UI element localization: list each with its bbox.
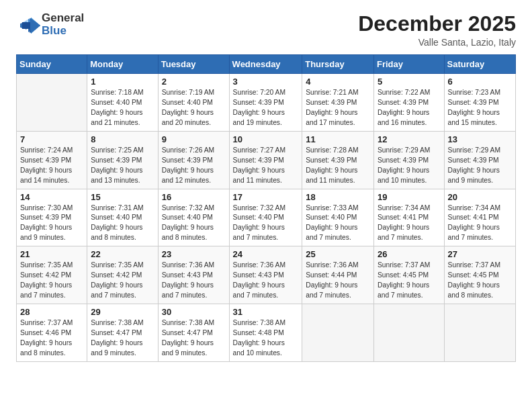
day-info: Sunrise: 7:36 AM Sunset: 4:43 PM Dayligh… [162, 261, 226, 301]
calendar-cell: 22Sunrise: 7:35 AM Sunset: 4:42 PM Dayli… [87, 246, 159, 304]
day-number: 31 [233, 307, 299, 317]
day-number: 23 [162, 249, 226, 259]
calendar-cell: 26Sunrise: 7:37 AM Sunset: 4:45 PM Dayli… [374, 246, 445, 304]
day-number: 14 [20, 192, 83, 202]
calendar-body: 1Sunrise: 7:18 AM Sunset: 4:40 PM Daylig… [17, 74, 516, 361]
calendar-cell: 25Sunrise: 7:36 AM Sunset: 4:44 PM Dayli… [302, 246, 374, 304]
calendar-cell: 30Sunrise: 7:38 AM Sunset: 4:47 PM Dayli… [158, 304, 229, 361]
col-header-monday: Monday [87, 55, 159, 74]
day-number: 9 [162, 134, 226, 144]
calendar-cell: 18Sunrise: 7:33 AM Sunset: 4:40 PM Dayli… [302, 189, 374, 246]
day-info: Sunrise: 7:18 AM Sunset: 4:40 PM Dayligh… [91, 88, 154, 128]
day-info: Sunrise: 7:36 AM Sunset: 4:44 PM Dayligh… [306, 261, 370, 301]
calendar-cell: 17Sunrise: 7:32 AM Sunset: 4:40 PM Dayli… [229, 189, 302, 246]
calendar-cell: 23Sunrise: 7:36 AM Sunset: 4:43 PM Dayli… [158, 246, 229, 304]
day-info: Sunrise: 7:34 AM Sunset: 4:41 PM Dayligh… [448, 203, 512, 244]
calendar-cell: 9Sunrise: 7:26 AM Sunset: 4:39 PM Daylig… [158, 131, 229, 189]
day-number: 15 [91, 192, 154, 202]
col-header-thursday: Thursday [302, 55, 374, 74]
col-header-wednesday: Wednesday [229, 55, 302, 74]
logo-blue-text: Blue [42, 25, 84, 38]
day-info: Sunrise: 7:26 AM Sunset: 4:39 PM Dayligh… [162, 146, 226, 186]
day-number: 5 [378, 77, 441, 87]
day-number: 11 [306, 134, 370, 144]
day-info: Sunrise: 7:38 AM Sunset: 4:48 PM Dayligh… [233, 318, 299, 359]
day-info: Sunrise: 7:20 AM Sunset: 4:39 PM Dayligh… [233, 88, 299, 128]
col-header-saturday: Saturday [444, 55, 515, 74]
day-info: Sunrise: 7:37 AM Sunset: 4:46 PM Dayligh… [20, 318, 83, 359]
day-number: 3 [233, 77, 299, 87]
calendar-cell: 1Sunrise: 7:18 AM Sunset: 4:40 PM Daylig… [87, 74, 159, 132]
calendar-cell: 11Sunrise: 7:28 AM Sunset: 4:39 PM Dayli… [302, 131, 374, 189]
day-number: 17 [233, 192, 299, 202]
day-number: 20 [448, 192, 512, 202]
day-info: Sunrise: 7:19 AM Sunset: 4:40 PM Dayligh… [162, 88, 226, 128]
day-number: 22 [91, 249, 154, 259]
header-row: SundayMondayTuesdayWednesdayThursdayFrid… [17, 55, 516, 74]
calendar-row: 1Sunrise: 7:18 AM Sunset: 4:40 PM Daylig… [17, 74, 516, 132]
day-info: Sunrise: 7:22 AM Sunset: 4:39 PM Dayligh… [378, 88, 441, 128]
day-info: Sunrise: 7:38 AM Sunset: 4:47 PM Dayligh… [91, 318, 154, 359]
day-info: Sunrise: 7:37 AM Sunset: 4:45 PM Dayligh… [378, 261, 441, 301]
day-info: Sunrise: 7:36 AM Sunset: 4:43 PM Dayligh… [233, 261, 299, 301]
calendar-cell: 31Sunrise: 7:38 AM Sunset: 4:48 PM Dayli… [229, 304, 302, 361]
day-number: 4 [306, 77, 370, 87]
logo-icon [16, 12, 42, 38]
day-info: Sunrise: 7:31 AM Sunset: 4:40 PM Dayligh… [91, 203, 154, 244]
calendar-cell: 5Sunrise: 7:22 AM Sunset: 4:39 PM Daylig… [374, 74, 445, 132]
calendar-cell: 29Sunrise: 7:38 AM Sunset: 4:47 PM Dayli… [87, 304, 159, 361]
col-header-tuesday: Tuesday [158, 55, 229, 74]
day-number: 26 [378, 249, 441, 259]
calendar-table: SundayMondayTuesdayWednesdayThursdayFrid… [16, 54, 516, 361]
calendar-cell: 27Sunrise: 7:37 AM Sunset: 4:45 PM Dayli… [444, 246, 515, 304]
day-number: 2 [162, 77, 226, 87]
day-number: 10 [233, 134, 299, 144]
calendar-cell: 3Sunrise: 7:20 AM Sunset: 4:39 PM Daylig… [229, 74, 302, 132]
day-number: 19 [378, 192, 441, 202]
svg-marker-6 [23, 18, 30, 22]
day-number: 8 [91, 134, 154, 144]
day-number: 25 [306, 249, 370, 259]
calendar-header: SundayMondayTuesdayWednesdayThursdayFrid… [17, 55, 516, 74]
calendar-row: 21Sunrise: 7:35 AM Sunset: 4:42 PM Dayli… [17, 246, 516, 304]
day-info: Sunrise: 7:33 AM Sunset: 4:40 PM Dayligh… [306, 203, 370, 244]
logo-text: General Blue [42, 12, 84, 37]
calendar-cell: 14Sunrise: 7:30 AM Sunset: 4:39 PM Dayli… [17, 189, 87, 246]
calendar-cell: 19Sunrise: 7:34 AM Sunset: 4:41 PM Dayli… [374, 189, 445, 246]
calendar-cell [444, 304, 515, 361]
day-number: 18 [306, 192, 370, 202]
logo-general-text: General [42, 12, 84, 25]
day-number: 1 [91, 77, 154, 87]
page: General Blue December 2025 Valle Santa, … [0, 0, 532, 411]
day-number: 21 [20, 249, 83, 259]
calendar-row: 7Sunrise: 7:24 AM Sunset: 4:39 PM Daylig… [17, 131, 516, 189]
logo: General Blue [16, 12, 84, 38]
day-info: Sunrise: 7:34 AM Sunset: 4:41 PM Dayligh… [378, 203, 441, 244]
page-title: December 2025 [358, 12, 516, 36]
day-info: Sunrise: 7:35 AM Sunset: 4:42 PM Dayligh… [91, 261, 154, 301]
calendar-cell: 16Sunrise: 7:32 AM Sunset: 4:40 PM Dayli… [158, 189, 229, 246]
day-number: 27 [448, 249, 512, 259]
day-number: 24 [233, 249, 299, 259]
day-info: Sunrise: 7:32 AM Sunset: 4:40 PM Dayligh… [233, 203, 299, 244]
day-number: 13 [448, 134, 512, 144]
day-info: Sunrise: 7:32 AM Sunset: 4:40 PM Dayligh… [162, 203, 226, 244]
calendar-cell: 28Sunrise: 7:37 AM Sunset: 4:46 PM Dayli… [17, 304, 87, 361]
day-info: Sunrise: 7:38 AM Sunset: 4:47 PM Dayligh… [162, 318, 226, 359]
calendar-cell: 13Sunrise: 7:29 AM Sunset: 4:39 PM Dayli… [444, 131, 515, 189]
day-info: Sunrise: 7:24 AM Sunset: 4:39 PM Dayligh… [20, 146, 83, 186]
svg-marker-5 [30, 18, 40, 33]
day-number: 30 [162, 307, 226, 317]
calendar-row: 14Sunrise: 7:30 AM Sunset: 4:39 PM Dayli… [17, 189, 516, 246]
day-number: 16 [162, 192, 226, 202]
day-info: Sunrise: 7:29 AM Sunset: 4:39 PM Dayligh… [378, 146, 441, 186]
day-info: Sunrise: 7:35 AM Sunset: 4:42 PM Dayligh… [20, 261, 83, 301]
calendar-row: 28Sunrise: 7:37 AM Sunset: 4:46 PM Dayli… [17, 304, 516, 361]
day-info: Sunrise: 7:23 AM Sunset: 4:39 PM Dayligh… [448, 88, 512, 128]
day-info: Sunrise: 7:27 AM Sunset: 4:39 PM Dayligh… [233, 146, 299, 186]
day-number: 7 [20, 134, 83, 144]
calendar-cell: 4Sunrise: 7:21 AM Sunset: 4:39 PM Daylig… [302, 74, 374, 132]
calendar-cell [374, 304, 445, 361]
calendar-cell: 24Sunrise: 7:36 AM Sunset: 4:43 PM Dayli… [229, 246, 302, 304]
day-info: Sunrise: 7:21 AM Sunset: 4:39 PM Dayligh… [306, 88, 370, 128]
